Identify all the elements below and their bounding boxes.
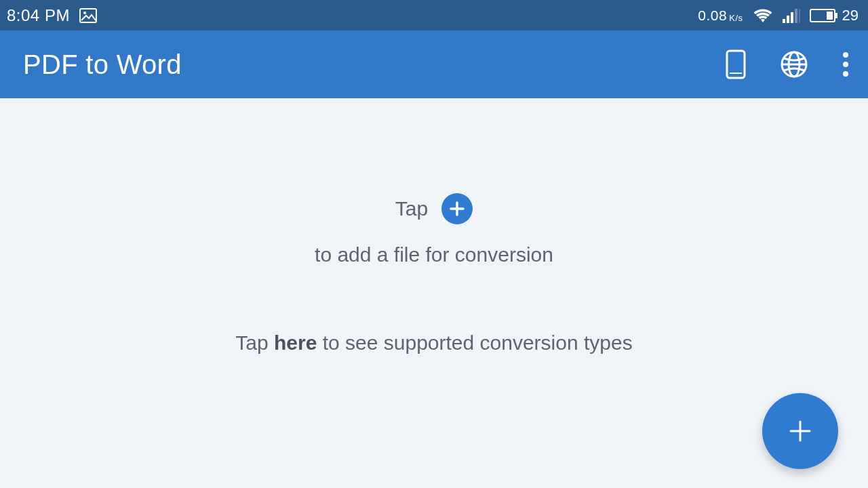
svg-point-17 (843, 71, 848, 77)
svg-point-16 (843, 62, 848, 67)
empty-line-2: to add a file for conversion (315, 243, 553, 266)
status-left: 8:04 PM (7, 6, 97, 25)
svg-rect-8 (835, 13, 837, 18)
app-bar-actions (726, 49, 849, 79)
more-icon[interactable] (842, 51, 849, 78)
svg-point-1 (83, 12, 86, 14)
status-time: 8:04 PM (7, 6, 70, 25)
tap-label: Tap (395, 197, 428, 220)
empty-line-1: Tap (395, 193, 473, 224)
add-file-fab[interactable] (762, 393, 838, 469)
svg-rect-4 (791, 12, 793, 23)
svg-rect-2 (783, 19, 785, 23)
signal-icon (783, 8, 800, 23)
battery-icon (810, 8, 838, 23)
svg-rect-5 (795, 9, 797, 23)
wifi-icon (753, 7, 773, 24)
app-title: PDF to Word (23, 49, 182, 80)
svg-rect-3 (787, 16, 789, 23)
data-rate: 0.08K/s (698, 7, 743, 24)
globe-icon[interactable] (780, 50, 808, 79)
supported-types-link[interactable]: Tap here to see supported conversion typ… (235, 331, 632, 354)
battery-text: 29 (842, 7, 859, 24)
empty-state: Tap to add a file for conversion Tap her… (0, 98, 868, 488)
svg-point-15 (843, 52, 848, 58)
app-bar: PDF to Word (0, 30, 868, 98)
svg-rect-9 (827, 12, 833, 20)
picture-icon (79, 8, 97, 23)
svg-rect-0 (80, 9, 96, 22)
device-icon[interactable] (726, 49, 746, 79)
plus-inline-icon (441, 193, 473, 224)
svg-rect-6 (799, 9, 800, 23)
status-right: 0.08K/s 29 (698, 7, 859, 24)
battery-indicator: 29 (810, 7, 859, 24)
status-bar: 8:04 PM 0.08K/s (0, 0, 868, 30)
